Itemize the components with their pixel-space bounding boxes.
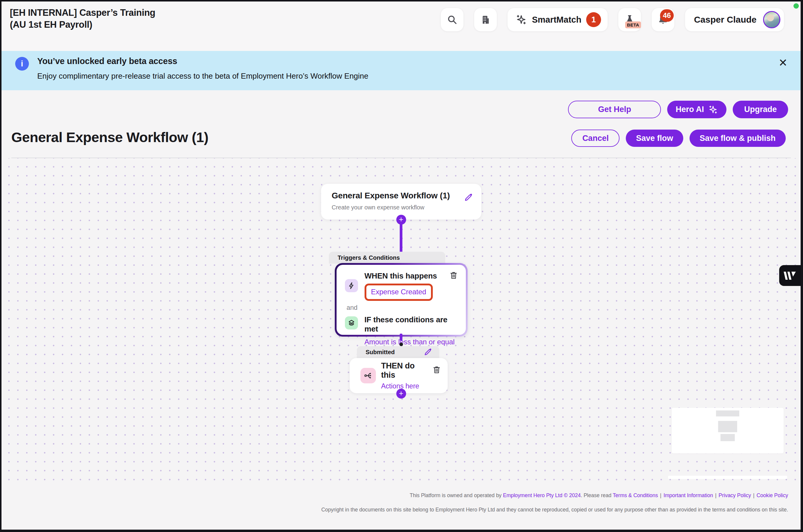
- loading-widget-skeleton: [672, 408, 784, 453]
- workflow-flow: General Expense Workflow (1) Create your…: [321, 184, 481, 220]
- action-node[interactable]: THEN do this Actions here: [350, 358, 448, 393]
- footer-separator: |: [713, 492, 719, 498]
- skeleton-bar: [721, 434, 735, 441]
- loading-widget-strip: [668, 476, 787, 479]
- expense-created-highlight[interactable]: Expense Created: [365, 284, 433, 301]
- beta-tag: BETA: [625, 21, 641, 28]
- pencil-icon: [423, 348, 432, 357]
- footer-text: . Please read: [581, 492, 613, 498]
- important-information-link[interactable]: Important Information: [664, 492, 713, 498]
- then-value-link[interactable]: Actions here: [381, 382, 441, 390]
- terms-conditions-link[interactable]: Terms & Conditions: [613, 492, 658, 498]
- org-title-line1: [EH INTERNAL] Casper’s Training: [10, 7, 155, 19]
- recording-status-dot: [794, 3, 799, 8]
- organisation-button[interactable]: [474, 8, 497, 31]
- conjunction-label: and: [347, 304, 458, 311]
- search-icon: [447, 14, 458, 25]
- triggers-tab-label: Triggers & Conditions: [338, 254, 400, 261]
- notifications-badge: 46: [660, 9, 674, 22]
- upgrade-button[interactable]: Upgrade: [733, 101, 788, 118]
- submitted-tab-label: Submitted: [366, 349, 395, 356]
- workflow-root-node[interactable]: General Expense Workflow (1) Create your…: [321, 184, 481, 220]
- bolt-icon: [347, 282, 356, 290]
- footer-line2: Copyright in the documents on this site …: [321, 507, 788, 513]
- connector-line: [400, 334, 402, 341]
- trash-icon: [432, 365, 441, 374]
- top-header: [EH INTERNAL] Casper’s Training (AU 1st …: [1, 1, 801, 51]
- sparkle-icon: [708, 104, 718, 115]
- info-icon: i: [15, 57, 29, 71]
- profile-name: Casper Claude: [694, 15, 757, 25]
- branch-icon: [363, 371, 373, 380]
- org-title: [EH INTERNAL] Casper’s Training (AU 1st …: [10, 5, 155, 31]
- org-title-line2: (AU 1st EH Payroll): [10, 19, 155, 31]
- layers-icon: [347, 319, 356, 327]
- save-flow-button[interactable]: Save flow: [626, 130, 683, 147]
- root-node-title: General Expense Workflow (1): [332, 191, 471, 201]
- hero-ai-label: Hero AI: [675, 106, 704, 113]
- building-icon: [480, 14, 491, 25]
- if-heading: IF these conditions are met: [365, 315, 458, 334]
- then-heading: THEN do this: [381, 361, 425, 380]
- footer-line1: This Platform is owned and operated by E…: [321, 492, 788, 499]
- help-toolbar: Get Help Hero AI Upgrade: [568, 101, 788, 118]
- close-banner-button[interactable]: ✕: [779, 57, 787, 68]
- action-node-icon-bg: [360, 368, 376, 383]
- beta-labs-button[interactable]: BETA: [618, 8, 641, 31]
- smartmatch-button[interactable]: SmartMatch 1: [508, 8, 608, 31]
- save-flow-publish-button[interactable]: Save flow & publish: [689, 130, 786, 147]
- smartmatch-badge: 1: [586, 12, 601, 27]
- cancel-button[interactable]: Cancel: [571, 130, 619, 147]
- smartmatch-label: SmartMatch: [532, 15, 581, 25]
- profile-button[interactable]: Casper Claude: [685, 8, 784, 31]
- submitted-tab[interactable]: Submitted: [357, 346, 439, 358]
- app-window: [EH INTERNAL] Casper’s Training (AU 1st …: [0, 0, 803, 532]
- when-heading: WHEN this happens: [365, 271, 437, 281]
- beta-banner: i You’ve unlocked early beta access Enjo…: [1, 51, 801, 90]
- header-actions: SmartMatch 1 BETA 46 Casper Claude: [441, 5, 784, 31]
- pencil-icon: [463, 193, 473, 202]
- root-node-subtitle: Create your own expense workflow: [332, 204, 471, 211]
- skeleton-bar: [718, 421, 737, 432]
- connector-dot: [399, 343, 403, 346]
- employment-hero-link[interactable]: Employment Hero Pty Ltd © 2024: [503, 492, 581, 498]
- trigger-node[interactable]: WHEN this happens Ex: [337, 265, 466, 335]
- trigger-node-border: WHEN this happens Ex: [335, 263, 467, 337]
- banner-title: You’ve unlocked early beta access: [37, 56, 368, 66]
- walkme-widget-tab[interactable]: [779, 265, 801, 286]
- add-action-button[interactable]: +: [396, 389, 406, 399]
- footer-separator: |: [658, 492, 664, 498]
- hero-ai-button[interactable]: Hero AI: [667, 101, 726, 118]
- avatar: [763, 11, 780, 28]
- get-help-button[interactable]: Get Help: [568, 101, 661, 118]
- edit-workflow-button[interactable]: [463, 193, 473, 203]
- footer-text: This Platform is owned and operated by: [410, 492, 503, 498]
- w-logo-icon: [783, 272, 797, 280]
- trash-icon: [449, 271, 458, 280]
- add-node-button[interactable]: +: [396, 215, 406, 225]
- condition-node-icon-bg: [345, 316, 358, 329]
- search-button[interactable]: [441, 8, 463, 31]
- triggers-conditions-tab[interactable]: Triggers & Conditions: [329, 252, 445, 264]
- cookie-policy-link[interactable]: Cookie Policy: [757, 492, 788, 498]
- footer: This Platform is owned and operated by E…: [321, 492, 788, 513]
- edit-stage-button[interactable]: [423, 348, 432, 357]
- delete-action-button[interactable]: [432, 365, 441, 375]
- skeleton-bar: [716, 411, 739, 416]
- banner-text: You’ve unlocked early beta access Enjoy …: [37, 56, 368, 81]
- trigger-node-icon-bg: [345, 279, 358, 292]
- privacy-policy-link[interactable]: Privacy Policy: [719, 492, 751, 498]
- notifications-button[interactable]: 46: [652, 8, 674, 31]
- banner-message: Enjoy complimentary pre-release trial ac…: [37, 72, 368, 81]
- page-title: General Expense Workflow (1): [11, 129, 209, 145]
- save-toolbar: Cancel Save flow Save flow & publish: [571, 130, 786, 147]
- when-value-link[interactable]: Expense Created: [371, 288, 426, 296]
- sparkle-icon: [515, 14, 527, 26]
- footer-separator: |: [751, 492, 757, 498]
- delete-trigger-button[interactable]: [449, 271, 458, 281]
